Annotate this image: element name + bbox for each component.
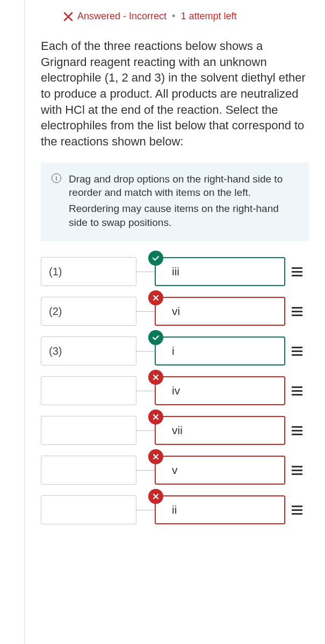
status-bar: Answered - Incorrect • 1 attempt left xyxy=(25,0,325,33)
drag-handle-icon[interactable] xyxy=(285,307,309,316)
x-icon xyxy=(63,12,73,21)
right-item-label: i xyxy=(172,345,175,357)
right-item-5[interactable]: vii xyxy=(155,416,285,445)
right-column: iii vi xyxy=(136,257,309,524)
left-item-4 xyxy=(41,376,136,405)
connector-line xyxy=(136,311,155,312)
left-item-3: (3) xyxy=(41,336,136,365)
drag-handle-icon[interactable] xyxy=(285,267,309,276)
right-row: iii xyxy=(136,257,309,286)
right-item-3[interactable]: i xyxy=(155,336,285,365)
right-item-label: v xyxy=(172,464,178,477)
left-item-label: (2) xyxy=(49,305,62,318)
drag-handle-icon[interactable] xyxy=(285,506,309,515)
right-item-4[interactable]: iv xyxy=(155,376,285,405)
left-item-2: (2) xyxy=(41,297,136,326)
x-icon xyxy=(148,290,163,305)
info-line-2: Reordering may cause items on the right-… xyxy=(69,202,298,229)
drag-handle-icon[interactable] xyxy=(285,466,309,475)
connector-line xyxy=(136,470,155,471)
left-item-6 xyxy=(41,456,136,485)
x-icon xyxy=(148,489,163,504)
right-item-1[interactable]: iii xyxy=(155,257,285,286)
left-column: (1) (2) (3) xyxy=(41,257,136,524)
left-item-5 xyxy=(41,416,136,445)
left-item-1: (1) xyxy=(41,257,136,286)
info-icon: i xyxy=(52,173,61,183)
x-icon xyxy=(148,370,163,385)
check-icon xyxy=(148,330,163,345)
connector-line xyxy=(136,510,155,510)
drag-handle-icon[interactable] xyxy=(285,347,309,356)
right-row: ii xyxy=(136,495,309,524)
right-row: v xyxy=(136,456,309,485)
right-item-2[interactable]: vi xyxy=(155,297,285,326)
right-row: vi xyxy=(136,297,309,326)
connector-line xyxy=(136,430,155,431)
info-line-1: Drag and drop options on the right-hand … xyxy=(69,172,298,200)
left-item-label: (3) xyxy=(49,345,62,357)
right-item-label: ii xyxy=(172,503,177,516)
question-text: Each of the three reactions below shows … xyxy=(41,38,309,150)
right-row: vii xyxy=(136,416,309,445)
right-item-6[interactable]: v xyxy=(155,456,285,485)
left-item-label: (1) xyxy=(49,266,62,278)
right-item-label: vi xyxy=(172,305,180,318)
connector-line xyxy=(136,351,155,352)
attempts-left: 1 attempt left xyxy=(180,11,236,22)
status-text: Answered - Incorrect xyxy=(77,11,167,22)
right-item-label: iv xyxy=(172,384,180,397)
right-row: iv xyxy=(136,376,309,405)
connector-line xyxy=(136,272,155,272)
match-area: (1) (2) (3) iii xyxy=(41,257,309,524)
right-item-label: iii xyxy=(172,265,179,278)
x-icon xyxy=(148,449,163,464)
right-item-7[interactable]: ii xyxy=(155,495,285,524)
left-item-7 xyxy=(41,495,136,524)
info-box: i Drag and drop options on the right-han… xyxy=(41,163,309,241)
check-icon xyxy=(148,251,163,266)
connector-line xyxy=(136,391,155,391)
drag-handle-icon[interactable] xyxy=(285,426,309,435)
right-item-label: vii xyxy=(172,424,183,437)
bullet-separator: • xyxy=(172,11,175,22)
right-row: i xyxy=(136,336,309,365)
x-icon xyxy=(148,409,163,425)
drag-handle-icon[interactable] xyxy=(285,386,309,396)
